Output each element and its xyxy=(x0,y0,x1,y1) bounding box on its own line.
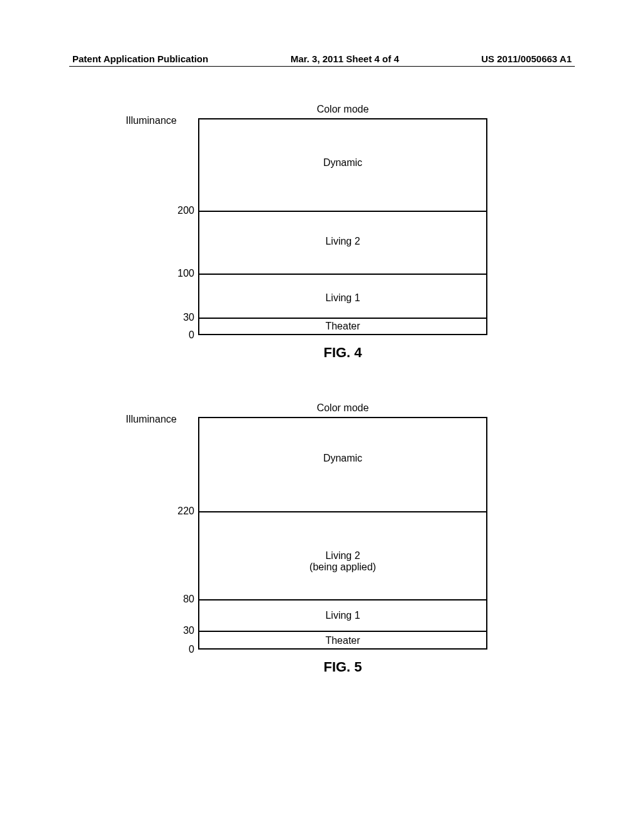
fig4-tick-0: 0 xyxy=(189,329,194,341)
fig4-title: Color mode xyxy=(198,104,487,115)
fig5-tick-80: 80 xyxy=(183,594,194,605)
fig5-label: FIG. 5 xyxy=(198,659,487,675)
fig4-region-dynamic: Dynamic xyxy=(199,157,486,169)
fig4-label: FIG. 4 xyxy=(198,345,487,361)
fig5-tick-30: 30 xyxy=(183,625,194,636)
header-pub-number: US 2011/0050663 A1 xyxy=(481,53,572,64)
header-divider xyxy=(69,66,575,67)
fig5-ylabel: Illuminance xyxy=(126,414,177,425)
fig5-region-dynamic: Dynamic xyxy=(199,453,486,464)
fig5-tick-0: 0 xyxy=(189,644,194,655)
fig4-divider-30 xyxy=(199,318,486,319)
fig5-region-living2-line1: Living 2 xyxy=(199,550,486,562)
fig5-chart-box: Dynamic 220 Living 2 (being applied) 80 … xyxy=(198,417,487,650)
header-date-sheet: Mar. 3, 2011 Sheet 4 of 4 xyxy=(291,53,399,64)
figure-4: Color mode Illuminance Dynamic 200 Livin… xyxy=(126,104,487,361)
fig4-divider-200 xyxy=(199,211,486,212)
fig4-tick-200: 200 xyxy=(177,205,194,216)
fig4-tick-30: 30 xyxy=(183,312,194,323)
fig5-region-living2-line2: (being applied) xyxy=(199,562,486,573)
fig5-region-theater: Theater xyxy=(199,635,486,646)
fig4-ylabel: Illuminance xyxy=(126,115,177,126)
fig5-divider-80 xyxy=(199,599,486,600)
header-publication: Patent Application Publication xyxy=(72,53,208,64)
fig5-divider-220 xyxy=(199,511,486,512)
figure-5: Color mode Illuminance Dynamic 220 Livin… xyxy=(126,402,487,675)
fig5-title: Color mode xyxy=(198,402,487,414)
fig4-tick-100: 100 xyxy=(177,268,194,279)
page-header: Patent Application Publication Mar. 3, 2… xyxy=(0,53,644,64)
fig4-region-living2: Living 2 xyxy=(199,236,486,247)
fig5-divider-30 xyxy=(199,631,486,632)
fig4-region-theater: Theater xyxy=(199,321,486,332)
fig5-region-living1: Living 1 xyxy=(199,610,486,621)
fig4-divider-100 xyxy=(199,274,486,275)
fig4-chart-box: Dynamic 200 Living 2 100 Living 1 30 The… xyxy=(198,118,487,335)
fig4-region-living1: Living 1 xyxy=(199,292,486,304)
fig5-tick-220: 220 xyxy=(177,506,194,517)
